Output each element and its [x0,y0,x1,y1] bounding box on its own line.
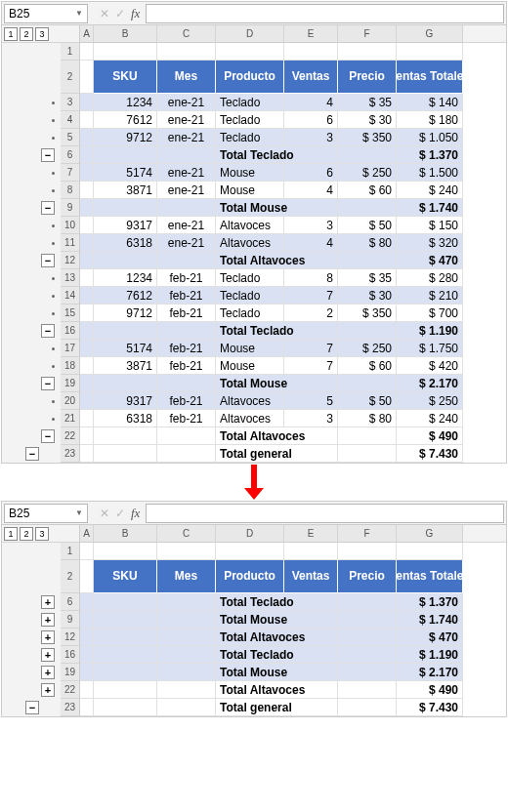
subtotal-value[interactable]: $ 1.370 [397,146,463,164]
subtotal-label[interactable]: Total Altavoces [216,629,338,646]
confirm-icon[interactable]: ✓ [115,7,125,20]
row-header[interactable]: 23 [61,699,80,716]
cell-precio[interactable]: $ 80 [338,410,397,427]
header-ventas-totales[interactable]: Ventas Totales [397,560,463,593]
subtotal-label[interactable]: Total Mouse [216,611,338,629]
cell-producto[interactable]: Altavoces [216,392,284,410]
cell[interactable] [157,699,216,716]
outline-collapse-button[interactable]: − [41,324,55,338]
col-header-B[interactable]: B [94,525,157,543]
outline-collapse-button[interactable]: − [41,201,55,215]
subtotal-value[interactable]: $ 1.190 [397,646,463,664]
cell-producto[interactable]: Teclado [216,111,284,129]
cell-precio[interactable]: $ 250 [338,164,397,182]
cell-mes[interactable]: ene-21 [157,111,216,129]
subtotal-value[interactable]: $ 1.740 [397,199,463,217]
cell-producto[interactable]: Teclado [216,94,284,111]
cell-ventas-totales[interactable]: $ 700 [397,304,463,322]
row-header[interactable]: 1 [61,43,80,61]
cell[interactable] [216,543,284,560]
row-header[interactable]: 9 [61,611,80,629]
row-header[interactable]: 19 [61,375,80,392]
cell-mes[interactable]: ene-21 [157,164,216,182]
cell-precio[interactable]: $ 60 [338,357,397,375]
subtotal-value[interactable]: $ 2.170 [397,375,463,392]
row-header[interactable]: 20 [61,392,80,410]
cell-precio[interactable]: $ 80 [338,234,397,252]
cell-sku[interactable]: 9712 [94,129,157,146]
cell[interactable] [80,217,94,234]
cell-ventas[interactable]: 3 [284,410,338,427]
cell[interactable] [80,43,94,61]
subtotal-label[interactable]: Total Teclado [216,322,338,340]
cell[interactable] [94,427,157,445]
cell[interactable] [157,543,216,560]
cell[interactable] [80,392,94,410]
col-header-D[interactable]: D [216,525,284,543]
header-ventas[interactable]: Ventas [284,560,338,593]
cell[interactable] [338,427,397,445]
cell[interactable] [94,646,157,664]
outline-expand-button[interactable]: + [41,666,55,679]
cell[interactable] [338,629,397,646]
cell-sku[interactable]: 9317 [94,217,157,234]
cell-ventas[interactable]: 6 [284,164,338,182]
cell-ventas-totales[interactable]: $ 150 [397,217,463,234]
cell[interactable] [157,629,216,646]
col-header-E[interactable]: E [284,525,338,543]
outline-expand-button[interactable]: + [41,648,55,662]
cell[interactable] [157,322,216,340]
col-header-F[interactable]: F [338,25,397,43]
cell-ventas-totales[interactable]: $ 320 [397,234,463,252]
cell-producto[interactable]: Teclado [216,287,284,304]
cell-ventas-totales[interactable]: $ 1.750 [397,340,463,357]
cell[interactable] [80,287,94,304]
cell-sku[interactable]: 7612 [94,287,157,304]
outline-collapse-button[interactable]: − [25,701,39,714]
col-header-C[interactable]: C [157,25,216,43]
cell-mes[interactable]: feb-21 [157,340,216,357]
cell-precio[interactable]: $ 50 [338,217,397,234]
cell-sku[interactable]: 1234 [94,269,157,287]
row-header[interactable]: 2 [61,560,80,593]
subtotal-label[interactable]: Total Teclado [216,646,338,664]
cell-ventas-totales[interactable]: $ 240 [397,182,463,199]
cell-producto[interactable]: Mouse [216,164,284,182]
cell[interactable] [80,410,94,427]
cell[interactable] [338,252,397,269]
subtotal-label[interactable]: Total Altavoces [216,681,338,699]
col-header-A[interactable]: A [80,25,94,43]
outline-expand-button[interactable]: + [41,683,55,697]
cell-sku[interactable]: 3871 [94,357,157,375]
row-header[interactable]: 14 [61,287,80,304]
chevron-down-icon[interactable]: ▼ [75,508,83,517]
row-header[interactable]: 3 [61,94,80,111]
cell-precio[interactable]: $ 30 [338,111,397,129]
name-box[interactable]: B25 ▼ [4,4,88,23]
cell-mes[interactable]: ene-21 [157,129,216,146]
outline-expand-button[interactable]: + [41,595,55,609]
cell-mes[interactable]: ene-21 [157,217,216,234]
col-header-B[interactable]: B [94,25,157,43]
row-header[interactable]: 21 [61,410,80,427]
chevron-down-icon[interactable]: ▼ [75,9,83,18]
subtotal-value[interactable]: $ 1.370 [397,593,463,611]
subtotal-value[interactable]: $ 470 [397,252,463,269]
cell[interactable] [80,629,94,646]
cell[interactable] [338,593,397,611]
cell[interactable] [80,445,94,463]
cell-mes[interactable]: ene-21 [157,182,216,199]
confirm-icon[interactable]: ✓ [115,507,125,520]
col-header-C[interactable]: C [157,525,216,543]
cell-producto[interactable]: Teclado [216,129,284,146]
cell[interactable] [338,43,397,61]
cell[interactable] [284,43,338,61]
cell-ventas-totales[interactable]: $ 1.050 [397,129,463,146]
cell[interactable] [338,199,397,217]
cell-sku[interactable]: 9712 [94,304,157,322]
outline-collapse-button[interactable]: − [25,447,39,461]
row-header[interactable]: 16 [61,646,80,664]
cell-sku[interactable]: 9317 [94,392,157,410]
cell[interactable] [338,664,397,681]
cell[interactable] [80,146,94,164]
